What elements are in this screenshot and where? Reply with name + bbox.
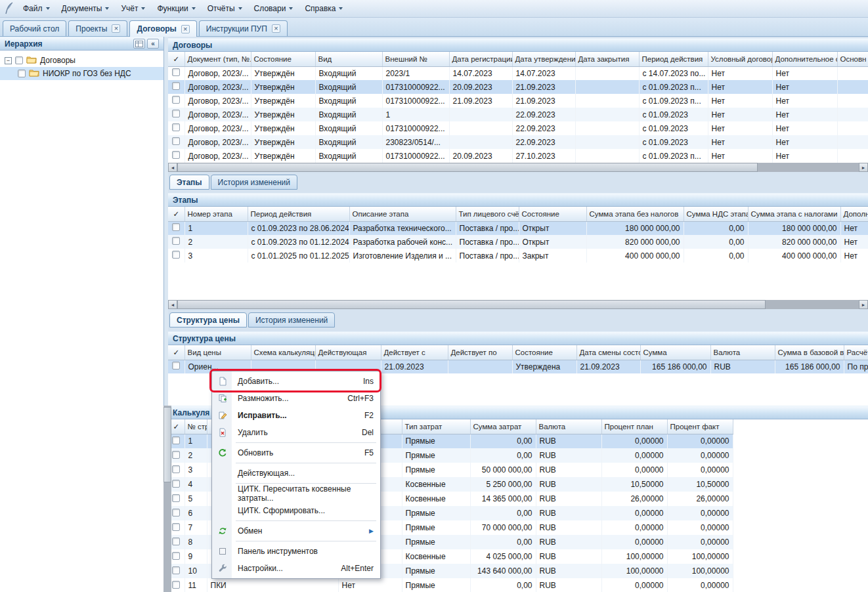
row-checkbox[interactable] [172, 137, 180, 145]
row-checkbox[interactable] [172, 480, 180, 488]
context-menu-item[interactable]: УдалитьDel [213, 424, 379, 441]
row-checkbox[interactable] [172, 151, 180, 159]
column-header[interactable]: Процент план [601, 419, 667, 434]
column-header[interactable]: Процент факт [667, 419, 733, 434]
column-header[interactable]: Номер этапа [184, 207, 248, 221]
column-header[interactable]: Сумма этапа без налогов [586, 207, 684, 221]
row-checkbox[interactable] [172, 581, 180, 589]
table-row[interactable]: 3с 01.01.2025 по 01.12.2025Изготовление … [168, 249, 868, 263]
contracts-horizontal-scrollbar[interactable]: ◄ ► [168, 163, 868, 172]
context-menu-item[interactable]: ЦИТК. Пересчитать косвенные затраты... [213, 485, 379, 502]
context-menu-item[interactable]: ОбновитьF5 [213, 444, 379, 461]
document-tab[interactable]: Рабочий стол [3, 20, 66, 36]
tree-node-contracts[interactable]: − Договоры [0, 54, 163, 67]
column-header[interactable]: Дата утверждения [512, 52, 575, 66]
row-checkbox[interactable] [172, 68, 180, 76]
context-menu-item[interactable]: Обмен▶ [213, 522, 379, 539]
column-header[interactable]: Сумма этапа с налогами [748, 207, 840, 221]
row-checkbox[interactable] [172, 523, 180, 531]
column-header[interactable]: Валюта [710, 345, 775, 360]
column-header[interactable]: Дата смены состо [576, 345, 640, 360]
tab-close-icon[interactable]: × [272, 24, 280, 33]
row-checkbox[interactable] [172, 451, 180, 459]
select-all-checkbox-header[interactable]: ✓ [168, 52, 184, 66]
column-header[interactable]: Внешний № [382, 52, 449, 66]
column-header[interactable]: Действует с [381, 345, 448, 360]
context-menu-item[interactable]: Размножить...Ctrl+F3 [213, 390, 379, 407]
scroll-left-button[interactable]: ◄ [168, 300, 177, 309]
scroll-left-button[interactable]: ◄ [168, 163, 177, 172]
column-header[interactable]: Действующая [315, 345, 381, 360]
table-row[interactable]: Договор, 2023/...УтверждёнВходящий017310… [168, 121, 868, 135]
column-header[interactable]: Сумма затрат [470, 419, 536, 434]
column-header[interactable]: Тип затрат [402, 419, 470, 434]
select-all-checkbox-header[interactable]: ✓ [168, 207, 184, 221]
section-tab[interactable]: Структура цены [169, 312, 247, 328]
node-checkbox[interactable] [15, 56, 23, 64]
column-header[interactable]: Сумма [640, 345, 710, 360]
column-header[interactable]: Дата регистрации [449, 52, 512, 66]
table-row[interactable]: 11ПКИНетПрямые0,00RUB0,000000,00000 [168, 578, 733, 592]
scrollbar-thumb[interactable] [163, 407, 171, 482]
stages-horizontal-scrollbar[interactable]: ◄ ► [168, 300, 868, 309]
column-header[interactable]: Действует по [448, 345, 512, 360]
table-row[interactable]: Договор, 2023/...УтверждёнВходящий017310… [168, 94, 868, 108]
column-header[interactable]: Состояние [251, 52, 315, 66]
row-checkbox[interactable] [172, 494, 180, 502]
select-all-checkbox-header[interactable]: ✓ [168, 345, 184, 360]
context-menu-item[interactable]: ЦИТК. Сформировать... [213, 502, 379, 519]
row-checkbox[interactable] [172, 110, 180, 117]
column-header[interactable]: Условный договор [708, 52, 772, 66]
node-checkbox[interactable] [18, 70, 26, 77]
grid-view-icon[interactable] [133, 39, 145, 49]
row-checkbox[interactable] [172, 509, 180, 517]
row-checkbox[interactable] [172, 251, 180, 259]
column-header[interactable]: Описание этапа [349, 207, 456, 221]
row-checkbox[interactable] [172, 552, 180, 560]
column-header[interactable]: Расчёт [844, 345, 868, 360]
column-header[interactable]: Состояние [512, 345, 576, 360]
table-row[interactable]: Договор, 2023/...УтверждёнВходящий017310… [168, 149, 868, 163]
section-tab[interactable]: История изменений [248, 312, 335, 328]
column-header[interactable]: Состояние [519, 207, 586, 221]
row-checkbox[interactable] [172, 362, 180, 370]
scroll-right-button[interactable]: ► [859, 300, 868, 309]
table-row[interactable]: Договор, 2023/...УтверждёнВходящий017310… [168, 80, 868, 94]
menubar-item[interactable]: Документы [56, 1, 116, 16]
column-header[interactable]: Период действия [248, 207, 349, 221]
row-checkbox[interactable] [172, 465, 180, 473]
context-menu-item[interactable]: Настройки...Alt+Enter [213, 560, 379, 577]
menubar-item[interactable]: Учёт [115, 1, 151, 16]
table-row[interactable]: Договор, 2023/...УтверждёнВходящий2023/1… [168, 66, 868, 80]
context-menu-item[interactable]: Добавить...Ins [213, 373, 379, 390]
column-header[interactable]: Период действия [639, 52, 708, 66]
column-header[interactable]: Валюта [536, 419, 601, 434]
table-row[interactable]: Договор, 2023/...УтверждёнВходящий122.09… [168, 108, 868, 121]
row-checkbox[interactable] [172, 223, 180, 231]
menubar-item[interactable]: Словари [248, 1, 299, 16]
tab-close-icon[interactable]: × [112, 24, 120, 33]
column-header[interactable]: № стр... [184, 419, 207, 434]
column-header[interactable]: Тип лицевого счёт [456, 207, 519, 221]
row-checkbox[interactable] [172, 237, 180, 245]
tab-close-icon[interactable]: × [181, 25, 190, 33]
section-tab[interactable]: Этапы [169, 175, 209, 190]
row-checkbox[interactable] [172, 82, 180, 90]
table-row[interactable]: 2с 01.09.2023 по 01.12.2024Разработка ра… [168, 235, 868, 249]
document-tab[interactable]: Договоры× [129, 20, 196, 37]
calculation-vertical-scrollbar[interactable] [163, 406, 171, 592]
menubar-item[interactable]: Файл [17, 1, 56, 16]
row-checkbox[interactable] [172, 436, 180, 444]
row-checkbox[interactable] [172, 123, 180, 131]
collapse-panel-icon[interactable]: « [147, 39, 159, 49]
menubar-item[interactable]: Справка [299, 1, 349, 16]
table-row[interactable]: Договор, 2023/...УтверждёнВходящий230823… [168, 135, 868, 149]
tree-node-niokr[interactable]: НИОКР по ГОЗ без НДС [0, 67, 163, 80]
collapse-node-icon[interactable]: − [5, 57, 12, 64]
column-header[interactable]: Дополн [840, 207, 868, 221]
section-tab[interactable]: История изменений [211, 175, 297, 190]
column-header[interactable]: Документ (тип, №... [184, 52, 251, 66]
column-header[interactable]: Дата закрытия [575, 52, 639, 66]
row-checkbox[interactable] [172, 566, 180, 574]
column-header[interactable]: Вид [315, 52, 382, 66]
